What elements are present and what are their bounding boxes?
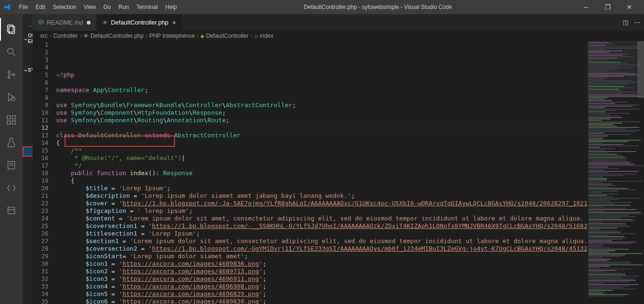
svg-point-4: [8, 71, 10, 73]
activity-extensions[interactable]: [0, 109, 23, 131]
menu-file[interactable]: File: [15, 4, 32, 10]
maximize-button[interactable]: ❐: [597, 3, 619, 11]
activity-database[interactable]: [0, 199, 23, 222]
open-editor-item[interactable]: 👁 DefaultController.php src\Control...: [23, 55, 33, 66]
breadcrumb-item[interactable]: index: [260, 33, 273, 39]
breadcrumb[interactable]: src› Controller› 👁 DefaultController.php…: [33, 31, 644, 41]
menu-bar: File Edit Selection View Go Run Terminal…: [15, 4, 181, 10]
php-icon: 👁: [83, 33, 89, 39]
project-title: SYFOWEBSIMPLE: [28, 67, 33, 73]
markdown-icon: Ⓜ: [38, 18, 44, 26]
code-editor[interactable]: <?phpnamespace App\Controller;use Symfon…: [56, 41, 587, 304]
method-icon: ◇: [254, 33, 258, 39]
open-editors-section[interactable]: ⌄ OPEN EDITORS: [23, 32, 33, 45]
folder-item[interactable]: ⌄🗀Controller: [23, 126, 33, 136]
menu-view[interactable]: View: [80, 4, 99, 10]
menu-run[interactable]: Run: [115, 4, 132, 10]
activity-search[interactable]: [0, 41, 23, 63]
vscode-logo-icon: [4, 3, 11, 11]
menu-help[interactable]: Help: [162, 4, 181, 10]
folder-item[interactable]: ›🗀vendor: [23, 229, 33, 240]
folder-item[interactable]: ›🗀var: [23, 219, 33, 229]
svg-point-6: [13, 74, 15, 76]
svg-rect-10: [7, 121, 10, 124]
sidebar-header: EXPLORER ⋯: [23, 14, 33, 32]
editor-scrollbar[interactable]: [637, 41, 644, 304]
activity-bar: [0, 14, 23, 304]
window-controls: ─ ❐ ✕: [575, 3, 640, 11]
sidebar-more-icon[interactable]: ⋯: [27, 24, 33, 30]
close-tab-icon[interactable]: ×: [172, 19, 176, 26]
folder-item[interactable]: ⌄🗀src: [23, 115, 33, 126]
title-bar: File Edit Selection View Go Run Terminal…: [0, 0, 644, 14]
folder-item[interactable]: ›🗀templates: [23, 188, 33, 198]
editor-tabs: Ⓜ README.md 👁 DefaultController.php × ◫ …: [33, 14, 644, 31]
folder-item[interactable]: ›🗀public: [23, 105, 33, 115]
activity-remote[interactable]: [0, 177, 23, 199]
activity-bookmarks[interactable]: [0, 154, 23, 177]
svg-rect-11: [12, 121, 16, 124]
window-title: DefaultController.php - syfowebsimple - …: [181, 4, 575, 10]
folder-item[interactable]: ›🗀bin: [23, 74, 33, 84]
folder-item[interactable]: ›🗀tests: [23, 198, 33, 209]
class-icon: ◈: [200, 33, 204, 39]
scrollbar-thumb[interactable]: [637, 41, 644, 98]
breadcrumb-item[interactable]: Controller: [53, 33, 78, 39]
activity-explorer[interactable]: [0, 18, 23, 41]
file-item[interactable]: 🔒composer.lock: [23, 281, 33, 292]
file-item[interactable]: ⬢.env: [23, 240, 33, 250]
file-item[interactable]: 🐘DefaultController.php: [23, 146, 33, 157]
activity-testing[interactable]: [0, 131, 23, 154]
breadcrumb-item[interactable]: PHP Intelephense: [149, 33, 195, 39]
activity-run[interactable]: [0, 86, 23, 109]
project-section[interactable]: ⌄ SYFOWEBSIMPLE: [23, 66, 33, 74]
tab-label: DefaultController.php: [111, 19, 168, 26]
tab-readme[interactable]: Ⓜ README.md: [33, 14, 97, 31]
file-item[interactable]: 👁Kernel.php: [23, 177, 33, 188]
svg-point-2: [8, 48, 13, 54]
svg-point-5: [8, 76, 10, 78]
dirty-indicator-icon: [87, 21, 91, 25]
open-editor-item[interactable]: Ⓜ README.md: [23, 45, 33, 55]
breadcrumb-item[interactable]: DefaultController: [206, 33, 248, 39]
file-item[interactable]: {}composer.json: [23, 271, 33, 281]
svg-rect-12: [12, 116, 16, 119]
php-eye-icon: 👁: [102, 19, 108, 26]
breadcrumb-item[interactable]: src: [40, 33, 48, 39]
folder-item[interactable]: ›🗀translations: [23, 209, 33, 219]
minimize-button[interactable]: ─: [575, 3, 597, 11]
file-tree: ›🗀bin›🗀config›🗀migrations›🗀public⌄🗀src⌄🗀…: [23, 74, 33, 304]
menu-terminal[interactable]: Terminal: [132, 4, 161, 10]
menu-selection[interactable]: Selection: [49, 4, 80, 10]
editor-area: Ⓜ README.md 👁 DefaultController.php × ◫ …: [33, 14, 644, 304]
file-item[interactable]: ⚙docker-compose.yml: [23, 302, 33, 304]
svg-rect-16: [8, 207, 15, 214]
svg-rect-9: [7, 116, 10, 119]
activity-source-control[interactable]: [0, 63, 23, 86]
file-item[interactable]: ⚙docker-compose.override.yml: [23, 292, 33, 302]
sidebar-explorer: EXPLORER ⋯ ⌄ OPEN EDITORS Ⓜ README.md 👁 …: [23, 14, 33, 304]
file-item[interactable]: ⬢.env.test: [23, 250, 33, 261]
folder-item[interactable]: ›🗀Entity: [23, 157, 33, 167]
folder-item[interactable]: ›🗀config: [23, 84, 33, 94]
split-editor-icon[interactable]: ◫: [623, 19, 628, 26]
svg-line-3: [13, 53, 15, 56]
tab-defaultcontroller[interactable]: 👁 DefaultController.php ×: [97, 14, 182, 31]
line-gutter[interactable]: 1234567891011121314151617181920212223242…: [33, 41, 56, 304]
menu-go[interactable]: Go: [99, 4, 115, 10]
minimap[interactable]: [587, 41, 644, 304]
open-editors-title: OPEN EDITORS: [28, 33, 33, 44]
breadcrumb-item[interactable]: DefaultController.php: [91, 33, 144, 39]
close-button[interactable]: ✕: [619, 3, 640, 11]
folder-item[interactable]: ›🗀migrations: [23, 94, 33, 105]
folder-item[interactable]: ›🗀Repository: [23, 167, 33, 177]
menu-edit[interactable]: Edit: [32, 4, 49, 10]
file-item[interactable]: ◆.gitignore: [23, 136, 33, 146]
tab-label: README.md: [47, 19, 83, 26]
file-item[interactable]: ◆.gitignore: [23, 261, 33, 271]
editor-more-icon[interactable]: ⋯: [634, 19, 640, 26]
